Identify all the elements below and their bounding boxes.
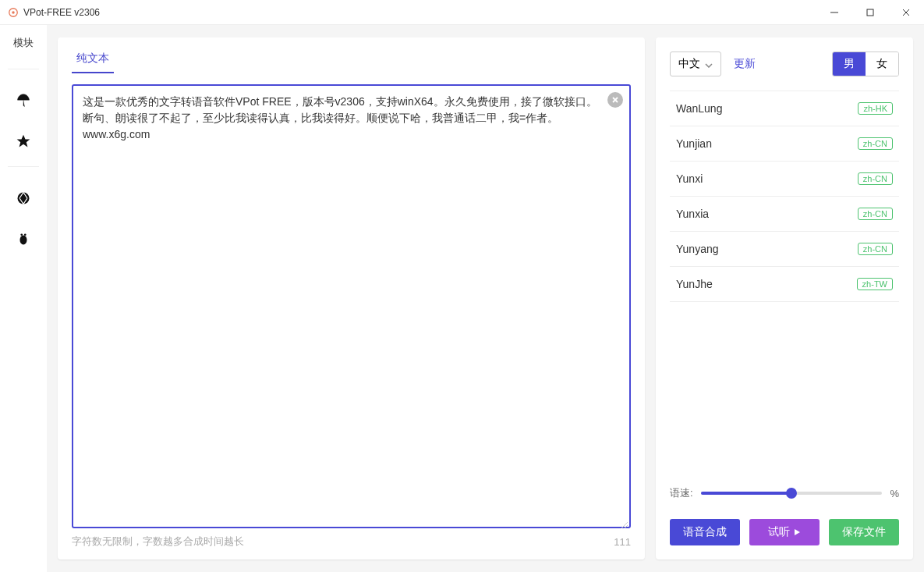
voice-name: Yunyang [676,243,719,255]
sidebar-item-bug[interactable] [8,223,39,254]
play-icon [793,526,801,538]
svg-point-8 [20,233,23,236]
sidebar-item-star[interactable] [8,126,39,157]
voice-item[interactable]: Yunxizh-CN [670,162,899,197]
voice-name: YunJhe [676,278,713,290]
svg-point-9 [24,233,27,236]
voice-locale-badge: zh-CN [858,172,893,185]
sidebar-item-umbrella[interactable] [8,85,39,116]
voice-item[interactable]: Yunxiazh-CN [670,197,899,232]
clear-button[interactable] [607,92,623,108]
speed-slider[interactable] [701,492,883,495]
voice-list: WanLungzh-HK Yunjianzh-CN Yunxizh-CN Yun… [670,91,899,467]
voice-panel: 中文 更新 男 女 WanLungzh-HK Yunjianzh-CN Yunx… [656,37,913,560]
char-count: 111 [614,536,631,548]
svg-point-1 [12,11,15,14]
app-icon [8,7,19,18]
close-button[interactable] [888,0,924,25]
svg-line-13 [625,525,628,528]
sidebar-item-aperture[interactable] [8,183,39,214]
voice-locale-badge: zh-HK [858,102,893,115]
minimize-button[interactable] [816,0,852,25]
sidebar-label: 模块 [13,36,34,50]
svg-point-6 [18,193,30,204]
editor-panel: 纯文本 字符数无限制，字数越多合成时间越长 111 [58,37,645,560]
update-link[interactable]: 更新 [734,57,756,71]
voice-locale-badge: zh-TW [857,278,893,290]
maximize-button[interactable] [852,0,888,25]
voice-name: WanLung [676,102,722,115]
text-input[interactable] [72,84,631,528]
language-label: 中文 [678,57,700,71]
chevron-down-icon [705,58,713,70]
svg-rect-3 [867,9,873,16]
speed-control: 语速: % [670,467,899,511]
slider-thumb[interactable] [786,488,797,499]
gender-female-button[interactable]: 女 [866,52,898,76]
voice-name: Yunjian [676,137,712,150]
divider [8,166,39,167]
voice-item[interactable]: Yunjianzh-CN [670,126,899,162]
voice-name: Yunxia [676,208,709,220]
voice-locale-badge: zh-CN [858,208,893,220]
preview-label: 试听 [768,525,790,539]
window-title: VPot-FREE v2306 [23,7,816,18]
language-select[interactable]: 中文 [670,52,721,76]
voice-locale-badge: zh-CN [858,243,893,255]
gender-male-button[interactable]: 男 [833,52,866,76]
slider-fill [701,492,791,495]
char-hint: 字符数无限制，字数越多合成时间越长 [72,535,244,549]
speed-label: 语速: [670,486,693,500]
resize-handle[interactable] [620,517,628,525]
voice-item[interactable]: WanLungzh-HK [670,91,899,126]
sidebar: 模块 [0,25,47,572]
tab-plain-text[interactable]: 纯文本 [72,45,114,73]
titlebar: VPot-FREE v2306 [0,0,924,25]
preview-button[interactable]: 试听 [749,519,820,545]
voice-name: Yunxi [676,172,703,185]
voice-item[interactable]: YunJhezh-TW [670,267,899,302]
voice-item[interactable]: Yunyangzh-CN [670,232,899,267]
divider [8,69,39,69]
save-button[interactable]: 保存文件 [829,519,899,545]
speed-unit: % [890,488,899,499]
voice-locale-badge: zh-CN [858,137,893,150]
svg-point-7 [20,236,27,245]
svg-line-12 [621,522,628,528]
compose-button[interactable]: 语音合成 [670,519,740,545]
